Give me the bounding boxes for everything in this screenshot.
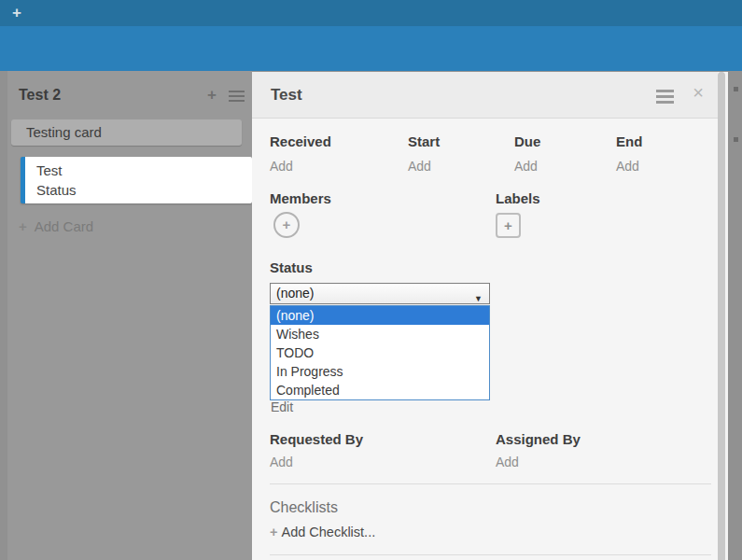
panel-scrollbar[interactable] bbox=[718, 72, 728, 560]
status-selected-value: (none) bbox=[276, 286, 314, 301]
received-add-link[interactable]: Add bbox=[270, 159, 293, 174]
add-board-icon[interactable]: + bbox=[12, 4, 21, 22]
add-card-button[interactable]: +Add Card bbox=[19, 218, 93, 234]
end-label: End bbox=[616, 133, 642, 149]
start-add-link[interactable]: Add bbox=[408, 159, 431, 174]
add-card-label: Add Card bbox=[35, 218, 93, 234]
due-add-link[interactable]: Add bbox=[514, 159, 538, 174]
background-fragment bbox=[734, 87, 738, 91]
requested-by-add-link[interactable]: Add bbox=[270, 455, 293, 469]
add-checklist-button[interactable]: +Add Checklist... bbox=[270, 525, 375, 539]
divider bbox=[270, 554, 711, 555]
received-label: Received bbox=[270, 133, 331, 149]
status-option-completed[interactable]: Completed bbox=[271, 381, 489, 399]
add-member-button[interactable]: + bbox=[273, 212, 300, 238]
app-root: + Test 2 + Testing card Test Status +Add… bbox=[0, 0, 742, 560]
status-dropdown-list: (none) Wishes TODO In Progress Completed bbox=[270, 305, 490, 400]
status-option-in-progress[interactable]: In Progress bbox=[271, 362, 489, 381]
list-menu-icon[interactable] bbox=[229, 91, 245, 105]
minicard-line-2: Status bbox=[36, 180, 252, 200]
status-edit-link[interactable]: Edit bbox=[271, 399, 293, 414]
plus-icon: + bbox=[270, 525, 277, 539]
list-title: Test 2 bbox=[19, 87, 61, 104]
top-navbar: + bbox=[0, 0, 742, 26]
plus-icon: + bbox=[19, 218, 27, 234]
minicard-testing-card[interactable]: Testing card bbox=[11, 119, 242, 146]
assigned-by-label: Assigned By bbox=[496, 431, 581, 447]
checklists-label: Checklists bbox=[270, 499, 338, 516]
status-option-wishes[interactable]: Wishes bbox=[271, 325, 489, 343]
status-option-todo[interactable]: TODO bbox=[271, 343, 489, 362]
board-header-bar bbox=[0, 26, 742, 71]
minicard-test-active[interactable]: Test Status bbox=[21, 157, 252, 203]
list-add-card-icon[interactable]: + bbox=[207, 86, 217, 105]
add-label-button[interactable]: + bbox=[496, 213, 521, 238]
end-add-link[interactable]: Add bbox=[616, 159, 639, 174]
start-label: Start bbox=[408, 133, 440, 149]
add-checklist-label: Add Checklist... bbox=[281, 525, 375, 539]
status-option-none[interactable]: (none) bbox=[271, 306, 489, 325]
card-detail-panel: Test × Received Start Due End Add Add Ad… bbox=[252, 72, 728, 560]
list-test-2: Test 2 + Testing card Test Status +Add C… bbox=[7, 71, 252, 560]
status-select[interactable]: (none) ▼ bbox=[270, 283, 490, 304]
due-label: Due bbox=[514, 133, 540, 149]
minicard-line-1: Test bbox=[36, 161, 252, 180]
background-fragment bbox=[734, 137, 738, 142]
members-label: Members bbox=[270, 190, 331, 206]
scrollbar-thumb[interactable] bbox=[718, 72, 725, 560]
divider bbox=[270, 483, 711, 484]
close-icon[interactable]: × bbox=[693, 82, 704, 104]
status-label: Status bbox=[270, 259, 313, 275]
card-menu-icon[interactable] bbox=[656, 90, 674, 106]
card-detail-header: Test × bbox=[252, 72, 728, 119]
card-title: Test bbox=[271, 86, 302, 105]
assigned-by-add-link[interactable]: Add bbox=[496, 455, 519, 469]
labels-label: Labels bbox=[496, 190, 540, 206]
list-header: Test 2 + bbox=[7, 71, 252, 112]
requested-by-label: Requested By bbox=[270, 431, 363, 447]
